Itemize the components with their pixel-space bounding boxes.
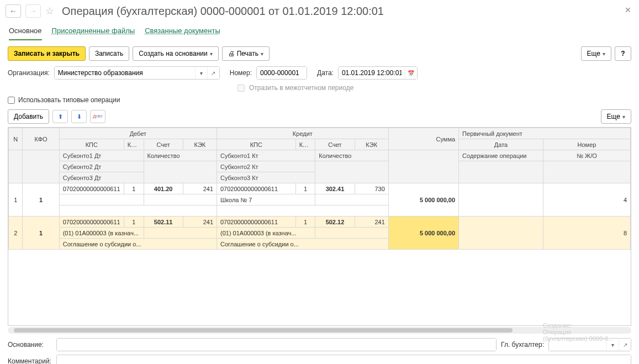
- cell-sum: 5 000 000,00: [388, 217, 458, 250]
- th-k-kps: КПС: [217, 139, 296, 150]
- create-based-button[interactable]: Создать на основании: [133, 46, 219, 61]
- move-down-button[interactable]: ⬇: [71, 110, 87, 123]
- org-input-group: ▾ ↗: [54, 66, 220, 80]
- date-input[interactable]: [339, 67, 405, 79]
- th-d-kfo: КФО: [124, 139, 144, 150]
- th-d-kps: КПС: [59, 139, 124, 150]
- cell-date: [459, 217, 543, 250]
- th-qty-d: Количество: [144, 150, 216, 161]
- cell-kfo: 1: [23, 183, 59, 217]
- th-kfo: КФО: [23, 128, 59, 150]
- cell-dkfo: 1: [124, 183, 144, 194]
- th-sub1k: Субконто1 Кт: [217, 150, 315, 161]
- typical-ops-label: Использовать типовые операции: [18, 96, 120, 104]
- th-primary: Первичный документ: [459, 128, 631, 139]
- favorite-star-icon[interactable]: ☆: [45, 5, 54, 17]
- th-summa: Сумма: [388, 128, 458, 150]
- nav-forward-button[interactable]: →: [25, 4, 41, 18]
- th-debet: Дебет: [59, 128, 216, 139]
- accountant-label: Гл. бухгалтер:: [501, 341, 544, 349]
- cell-dschet: 401.20: [144, 183, 183, 194]
- entries-table[interactable]: N КФО Дебет Кредит Сумма Первичный докум…: [8, 127, 631, 326]
- save-button[interactable]: Записать: [89, 46, 129, 61]
- table-row[interactable]: 2 1 07020000000000611 1 502.11 241 07020…: [9, 217, 631, 228]
- th-k-schet: Счет: [315, 139, 355, 150]
- cell-kkfo: 1: [295, 217, 315, 228]
- cell-n: 1: [9, 183, 23, 217]
- th-nomer: Номер: [543, 139, 630, 150]
- cell-sum: 5 000 000,00: [388, 183, 458, 217]
- tab-files[interactable]: Присоединенные файлы: [52, 24, 135, 40]
- th-soderzh: Содержание операции: [459, 150, 543, 161]
- cell-sub2d: Соглашение о субсидии о...: [59, 239, 216, 250]
- typical-ops-checkbox[interactable]: [8, 97, 15, 104]
- org-dropdown-button[interactable]: ▾: [195, 67, 207, 79]
- move-up-button[interactable]: ⬆: [52, 110, 68, 123]
- th-data: Дата: [459, 139, 543, 150]
- cell-kkfo: 1: [295, 183, 315, 194]
- period-checkbox-label: Отразить в межотчетном периоде: [249, 84, 353, 92]
- cell-kkps: 07020000000000611: [217, 217, 296, 228]
- th-sub3d: Субконто3 Дт: [59, 172, 144, 183]
- cell-dkps: 07020000000000611: [59, 183, 124, 194]
- accountant-input-group: ▾ ↗: [548, 338, 631, 351]
- cell-qty-d: [144, 228, 216, 239]
- table-row[interactable]: 1 1 07020000000000611 1 401.20 241 07020…: [9, 183, 631, 194]
- th-k-kek: КЭК: [355, 139, 388, 150]
- help-button[interactable]: ?: [615, 46, 631, 61]
- scrollbar-thumb[interactable]: [14, 328, 513, 333]
- base-input[interactable]: [57, 339, 496, 351]
- horizontal-scrollbar[interactable]: [8, 327, 631, 334]
- cell-date: [459, 183, 543, 217]
- date-calendar-button[interactable]: 📅: [405, 67, 417, 79]
- cell-sub1d: (01) 01А000003 (в казнач...: [59, 228, 144, 239]
- nav-back-button[interactable]: ←: [6, 4, 21, 18]
- date-input-group: 📅: [338, 66, 418, 80]
- cell-kfo: 1: [23, 217, 59, 250]
- number-input[interactable]: [257, 67, 307, 79]
- add-row-button[interactable]: Добавить: [8, 109, 49, 124]
- org-open-button[interactable]: ↗: [207, 67, 219, 79]
- date-label: Дата:: [317, 69, 334, 77]
- cell-sub2k: [217, 205, 389, 217]
- page-title: Операция (бухгалтерская) 0000-000001 от …: [62, 5, 384, 18]
- number-input-group: [256, 66, 307, 80]
- th-sub1d: Субконто1 Дт: [59, 150, 144, 161]
- cell-sub1k: Школа № 7: [217, 194, 315, 205]
- save-close-button[interactable]: Записать и закрыть: [8, 46, 86, 61]
- accountant-open-button[interactable]: ↗: [619, 339, 631, 351]
- cell-sub2k: Соглашение о субсидии о...: [217, 239, 389, 250]
- comment-label: Комментарий:: [8, 357, 52, 364]
- table-more-button[interactable]: Еще: [601, 109, 631, 124]
- th-zho: № Ж/О: [543, 150, 630, 161]
- th-qty-k: Количество: [315, 150, 388, 161]
- th-sub2k: Субконто2 Кт: [217, 161, 315, 172]
- org-label: Организация:: [8, 69, 50, 77]
- org-input[interactable]: [55, 67, 195, 79]
- cell-zho: 4: [543, 183, 630, 217]
- cell-kkps: 07020000000000611: [217, 183, 296, 194]
- comment-input[interactable]: [57, 355, 631, 364]
- cell-kkek: 241: [355, 217, 388, 228]
- cell-dkfo: 1: [124, 217, 144, 228]
- more-button[interactable]: Еще: [581, 46, 611, 61]
- cell-qty-k: [315, 194, 388, 205]
- accountant-input[interactable]: [549, 339, 606, 351]
- period-checkbox: [237, 85, 245, 92]
- dtkt-button[interactable]: ДтКт: [90, 110, 105, 123]
- th-d-schet: Счет: [144, 139, 183, 150]
- accountant-dropdown-button[interactable]: ▾: [606, 339, 619, 351]
- th-kredit: Кредит: [217, 128, 389, 139]
- tab-linked[interactable]: Связанные документы: [145, 24, 220, 40]
- cell-n: 2: [9, 217, 23, 250]
- print-label: Печать: [237, 50, 258, 57]
- base-label: Основание:: [8, 341, 52, 349]
- cell-dkek: 241: [183, 183, 216, 194]
- th-sub2d: Субконто2 Дт: [59, 161, 144, 172]
- cell-qty-d: [144, 194, 216, 205]
- tab-main[interactable]: Основное: [9, 24, 42, 40]
- cell-dkps: 07020000000000611: [59, 217, 124, 228]
- close-icon[interactable]: ✕: [625, 6, 631, 14]
- print-button[interactable]: Печать: [222, 46, 270, 61]
- number-label: Номер:: [230, 69, 252, 77]
